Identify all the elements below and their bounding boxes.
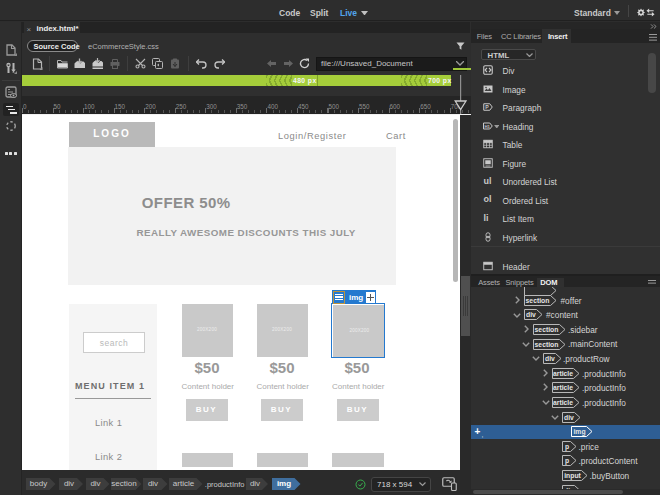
svg-text:H1: H1 — [484, 123, 490, 128]
svg-text:article: article — [553, 399, 573, 406]
svg-text:div: div — [564, 414, 574, 421]
svg-text:section: section — [535, 341, 559, 348]
svg-text:div: div — [545, 355, 555, 362]
svg-text:section: section — [525, 297, 549, 304]
svg-text:img: img — [573, 428, 585, 436]
svg-text:div: div — [526, 311, 536, 318]
svg-text:article: article — [553, 370, 573, 377]
svg-text:input: input — [564, 472, 581, 480]
svg-text:p: p — [565, 457, 569, 465]
svg-text:section: section — [535, 326, 559, 333]
svg-text:p: p — [565, 443, 569, 451]
svg-text:article: article — [553, 384, 573, 391]
svg-text:P: P — [485, 104, 489, 110]
